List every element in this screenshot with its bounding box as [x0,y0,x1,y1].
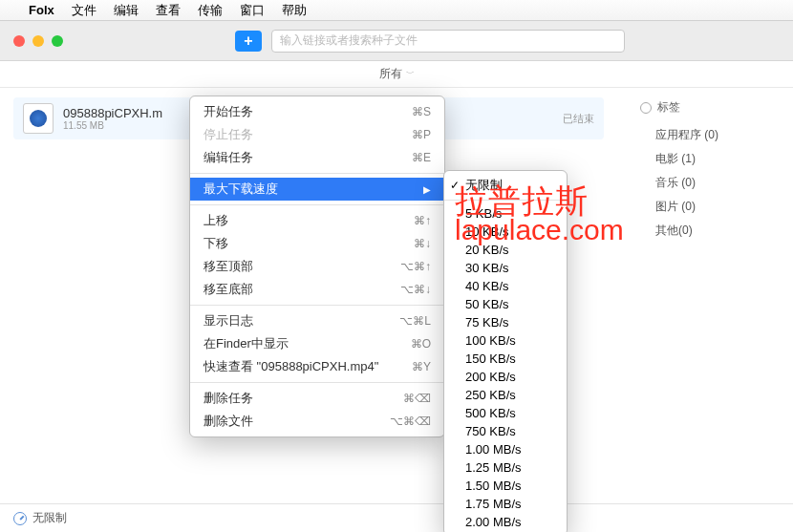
sidebar-heading[interactable]: 标签 [640,99,783,116]
zoom-icon[interactable] [52,35,63,47]
speed-option[interactable]: 75 KB/s [444,313,567,331]
sidebar-item-music[interactable]: 音乐 (0) [640,171,783,195]
menu-item[interactable]: 快速查看 "095888piCPXH.mp4"⌘Y [190,355,444,378]
download-status: 已结束 [563,112,594,126]
speed-option[interactable]: 1.00 MB/s [444,440,567,458]
speed-option[interactable]: 20 KB/s [444,241,567,259]
sidebar: 标签 应用程序 (0) 电影 (1) 音乐 (0) 图片 (0) 其他(0) [631,88,793,503]
sidebar-item-movies[interactable]: 电影 (1) [640,147,783,171]
speed-option[interactable]: 无限制 [444,175,567,196]
footer-speed: 无限制 [32,510,67,526]
app-name[interactable]: Folx [29,3,54,17]
system-menubar: Folx 文件 编辑 查看 传输 窗口 帮助 [0,0,793,21]
close-icon[interactable] [13,35,25,47]
speed-option[interactable]: 30 KB/s [444,259,567,277]
menu-item[interactable]: 删除任务⌘⌫ [190,387,444,410]
search-input[interactable]: 输入链接或者搜索种子文件 [271,30,625,53]
speed-option[interactable]: 40 KB/s [444,277,567,295]
speed-option[interactable]: 5 KB/s [444,204,567,223]
menu-separator [190,204,444,205]
speed-option[interactable]: 150 KB/s [444,350,567,368]
menu-item[interactable]: 移至顶部⌥⌘↑ [190,255,444,278]
menu-file[interactable]: 文件 [72,2,96,19]
file-icon [23,103,54,134]
window-toolbar: + 输入链接或者搜索种子文件 [0,21,793,61]
menu-separator [190,173,444,174]
filter-label: 所有 [379,66,402,82]
chevron-down-icon: ﹀ [406,68,415,80]
menu-item[interactable]: 删除文件⌥⌘⌫ [190,410,444,433]
menu-view[interactable]: 查看 [156,2,181,19]
menu-separator [190,382,444,383]
speed-option[interactable]: 250 KB/s [444,386,567,404]
speed-option[interactable]: 1.75 MB/s [444,495,567,513]
speed-option[interactable]: 10 KB/s [444,223,567,241]
speed-option[interactable]: 100 KB/s [444,331,567,350]
sidebar-item-other[interactable]: 其他(0) [640,219,783,243]
speed-option[interactable]: 2.00 MB/s [444,513,567,531]
speed-option[interactable]: 1.50 MB/s [444,477,567,495]
menu-item[interactable]: 在Finder中显示⌘O [190,332,444,355]
speed-option[interactable]: 50 KB/s [444,295,567,313]
add-button[interactable]: + [235,31,262,52]
speed-option[interactable]: 200 KB/s [444,368,567,386]
menu-item: 停止任务⌘P [190,123,444,146]
context-menu: 开始任务⌘S停止任务⌘P编辑任务⌘E最大下载速度▶上移⌘↑下移⌘↓移至顶部⌥⌘↑… [189,96,445,437]
menu-edit[interactable]: 编辑 [114,2,139,19]
sidebar-item-pictures[interactable]: 图片 (0) [640,195,783,219]
speed-option[interactable]: 750 KB/s [444,422,567,440]
status-bar: 无限制 [0,503,793,532]
menu-item[interactable]: 最大下载速度▶ [190,178,444,201]
menu-item[interactable]: 编辑任务⌘E [190,146,444,169]
speed-submenu: 无限制5 KB/s10 KB/s20 KB/s30 KB/s40 KB/s50 … [443,170,568,532]
radio-icon [640,102,652,114]
menu-transfer[interactable]: 传输 [198,2,223,19]
menu-separator [190,305,444,306]
menu-item[interactable]: 下移⌘↓ [190,232,444,255]
window-controls [13,35,63,47]
menu-separator [444,200,567,201]
gauge-icon[interactable] [13,512,27,525]
sidebar-item-apps[interactable]: 应用程序 (0) [640,123,783,147]
speed-option[interactable]: 1.25 MB/s [444,458,567,477]
menu-window[interactable]: 窗口 [240,2,265,19]
speed-option[interactable]: 500 KB/s [444,404,567,422]
menu-help[interactable]: 帮助 [282,2,307,19]
menu-item[interactable]: 开始任务⌘S [190,100,444,123]
minimize-icon[interactable] [32,35,44,47]
menu-item[interactable]: 显示日志⌥⌘L [190,309,444,332]
menu-item[interactable]: 上移⌘↑ [190,209,444,232]
menu-item[interactable]: 移至底部⌥⌘↓ [190,278,444,301]
filter-bar[interactable]: 所有 ﹀ [0,61,793,88]
